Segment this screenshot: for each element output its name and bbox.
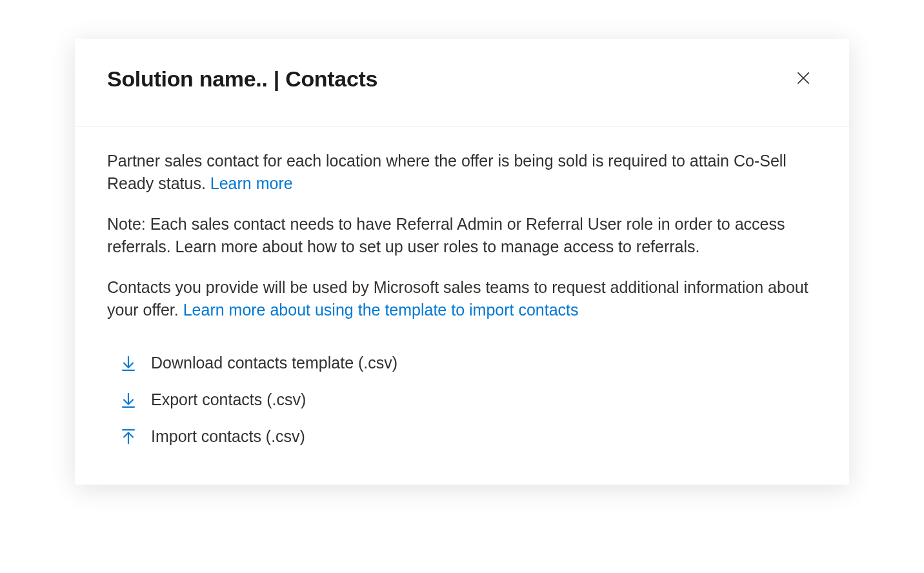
download-template-button[interactable]: Download contacts template (.csv) (120, 354, 817, 372)
para1-text: Partner sales contact for each location … (107, 152, 787, 192)
upload-icon (120, 428, 137, 445)
contacts-panel: Solution name.. | Contacts Partner sales… (75, 39, 849, 485)
learn-more-link-2[interactable]: Learn more about using the template to i… (183, 301, 579, 319)
close-button[interactable] (790, 65, 817, 94)
download-icon (120, 392, 137, 408)
actions-list: Download contacts template (.csv) Export… (107, 354, 817, 446)
download-icon (120, 355, 137, 372)
panel-body: Partner sales contact for each location … (75, 126, 849, 485)
download-template-label: Download contacts template (.csv) (151, 354, 397, 372)
panel-header: Solution name.. | Contacts (75, 39, 849, 126)
export-contacts-label: Export contacts (.csv) (151, 390, 306, 409)
intro-paragraph-2: Note: Each sales contact needs to have R… (107, 213, 817, 258)
page-title: Solution name.. | Contacts (107, 66, 377, 92)
export-contacts-button[interactable]: Export contacts (.csv) (120, 390, 817, 409)
import-contacts-button[interactable]: Import contacts (.csv) (120, 427, 817, 446)
intro-paragraph-1: Partner sales contact for each location … (107, 150, 817, 195)
import-contacts-label: Import contacts (.csv) (151, 427, 305, 446)
close-icon (795, 70, 812, 88)
learn-more-link-1[interactable]: Learn more (210, 174, 293, 192)
intro-paragraph-3: Contacts you provide will be used by Mic… (107, 276, 817, 321)
